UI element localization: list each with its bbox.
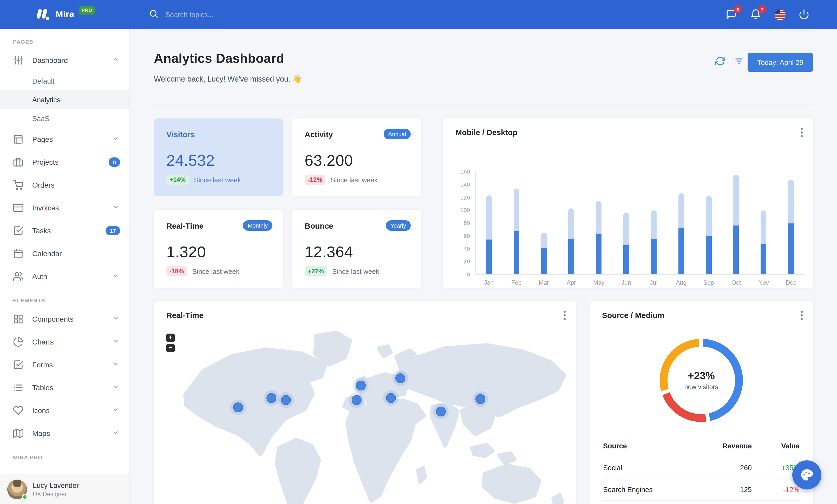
sidebar-item-auth[interactable]: Auth [0, 265, 129, 288]
sidebar-item-components[interactable]: Components [0, 307, 129, 331]
chevron-down-icon [112, 383, 119, 392]
stat-period-badge[interactable]: Yearly [386, 220, 411, 231]
cell-source: Social [603, 464, 690, 472]
bar-jul[interactable] [651, 211, 657, 274]
bar-aug[interactable] [678, 193, 684, 274]
sidebar-subitem-analytics[interactable]: Analytics [0, 90, 129, 109]
stat-period-badge[interactable]: Monthly [243, 220, 272, 231]
card-menu-kebab-icon[interactable] [564, 311, 566, 322]
filter-icon[interactable] [734, 56, 745, 67]
check-square-icon [13, 359, 23, 370]
map-marker-new-york[interactable] [278, 392, 294, 408]
map-card-title: Real-Time [166, 311, 203, 320]
map-zoom-out-button[interactable]: − [166, 344, 175, 352]
sidebar-item-forms[interactable]: Forms [0, 353, 129, 376]
sidebar-item-charts[interactable]: Charts [0, 331, 129, 353]
stat-value: 1.320 [166, 243, 206, 261]
date-range-button[interactable]: Today: April 29 [748, 53, 813, 72]
bar-nov[interactable] [761, 211, 767, 274]
y-axis-tick-label: 140 [449, 181, 470, 188]
stat-card-real-time: Real-TimeMonthly1.320-18%Since last week [154, 210, 283, 288]
source-medium-table: SourceRevenueValueSocial260+35%Search En… [603, 435, 800, 504]
col-header-source: Source [603, 442, 690, 450]
bar-may[interactable] [596, 201, 602, 274]
x-axis-tick-label: Jul [641, 280, 667, 286]
language-flag-us-icon[interactable] [774, 9, 785, 20]
messages-count-badge: 3 [733, 5, 742, 14]
cell-value: -12% [752, 486, 800, 493]
sidebar-subitem-saas[interactable]: SaaS [0, 109, 129, 128]
donut-center-label: new visitors [684, 384, 718, 391]
y-axis-tick-label: 160 [449, 168, 470, 174]
sidebar-item-tasks[interactable]: Tasks17 [0, 219, 129, 242]
sidebar-item-label: Calendar [32, 249, 62, 258]
heart-icon [13, 405, 23, 416]
refresh-icon[interactable] [715, 56, 726, 67]
map-marker-san-francisco[interactable] [230, 399, 246, 415]
sidebar-item-icons[interactable]: Icons [0, 399, 129, 422]
sidebar-item-label: Tables [32, 384, 53, 392]
table-row-search-engines[interactable]: Search Engines125-12% [603, 479, 800, 501]
bar-mobile-segment [651, 239, 657, 274]
x-axis-tick-label: Aug [668, 280, 694, 286]
sidebar-item-dashboard[interactable]: Dashboard [0, 49, 129, 72]
table-row-direct[interactable]: Direct164+46% [603, 501, 800, 504]
sidebar-item-orders[interactable]: Orders [0, 173, 129, 197]
sign-out-button[interactable] [799, 9, 810, 20]
sidebar-item-label: Icons [32, 406, 50, 415]
bar-mar[interactable] [541, 232, 547, 274]
sidebar-subitem-default[interactable]: Default [0, 72, 129, 90]
table-header-row: SourceRevenueValue [603, 435, 800, 457]
online-status-dot [22, 494, 28, 500]
map-marker-madrid[interactable] [349, 392, 364, 408]
map-marker-london[interactable] [353, 378, 369, 393]
sidebar-item-calendar[interactable]: Calendar [0, 242, 129, 265]
world-map[interactable] [154, 327, 576, 504]
map-marker-istanbul[interactable] [383, 390, 399, 406]
sidebar-count-badge: 8 [109, 157, 120, 167]
x-axis-tick-label: Mar [531, 280, 557, 286]
page-subtitle: Welcome back, Lucy! We've missed you. 👋 [154, 75, 302, 83]
bar-jan[interactable] [486, 195, 492, 274]
stat-card-visitors: Visitors24.532+14%Since last week [154, 118, 283, 197]
donut-center-value: +23% [688, 370, 715, 382]
sidebar-item-invoices[interactable]: Invoices [0, 197, 129, 219]
bar-sep[interactable] [706, 196, 711, 274]
pie-chart-icon [13, 337, 23, 347]
stat-card-activity: ActivityAnnual63.200-12%Since last week [292, 118, 421, 197]
brand[interactable]: Mira PRO [35, 0, 95, 29]
card-menu-kebab-icon[interactable] [801, 311, 803, 322]
chevron-down-icon [112, 272, 119, 281]
bar-apr[interactable] [569, 208, 574, 274]
source-medium-title: Source / Medium [602, 311, 664, 320]
bar-dec[interactable] [788, 180, 794, 274]
bar-jun[interactable] [623, 212, 629, 274]
sidebar-item-tables[interactable]: Tables [0, 376, 129, 399]
messages-button[interactable]: 3 [726, 9, 737, 20]
stat-value: 12.364 [305, 243, 353, 261]
notifications-button[interactable]: 7 [750, 9, 762, 20]
sidebar-item-maps[interactable]: Maps [0, 422, 129, 445]
theme-customizer-button[interactable] [792, 460, 821, 489]
map-marker-chicago[interactable] [264, 390, 279, 406]
sidebar-item-label: Charts [32, 338, 54, 346]
bar-feb[interactable] [514, 189, 519, 274]
navbar-search[interactable] [149, 0, 280, 29]
stat-period-badge[interactable]: Annual [384, 129, 411, 139]
table-row-social[interactable]: Social260+35% [603, 457, 800, 479]
page-title: Analytics Dashboard [154, 51, 284, 66]
chevron-down-icon [112, 203, 119, 212]
user-role: UX Designer [33, 491, 79, 497]
sidebar-item-pages[interactable]: Pages [0, 128, 129, 151]
search-input[interactable] [165, 11, 280, 18]
map-zoom-in-button[interactable]: + [166, 334, 175, 342]
bar-oct[interactable] [733, 174, 739, 274]
sidebar-item-projects[interactable]: Projects8 [0, 151, 129, 173]
sidebar-item-label: Tasks [32, 226, 51, 235]
x-axis-tick-label: Apr [558, 280, 584, 286]
map-marker-moscow[interactable] [392, 371, 408, 386]
map-marker-beijing[interactable] [473, 391, 488, 407]
sidebar-user[interactable]: Lucy Lavender UX Designer [0, 474, 129, 504]
map-marker-delhi[interactable] [433, 404, 449, 419]
sidebar-item-label: Forms [32, 360, 53, 369]
